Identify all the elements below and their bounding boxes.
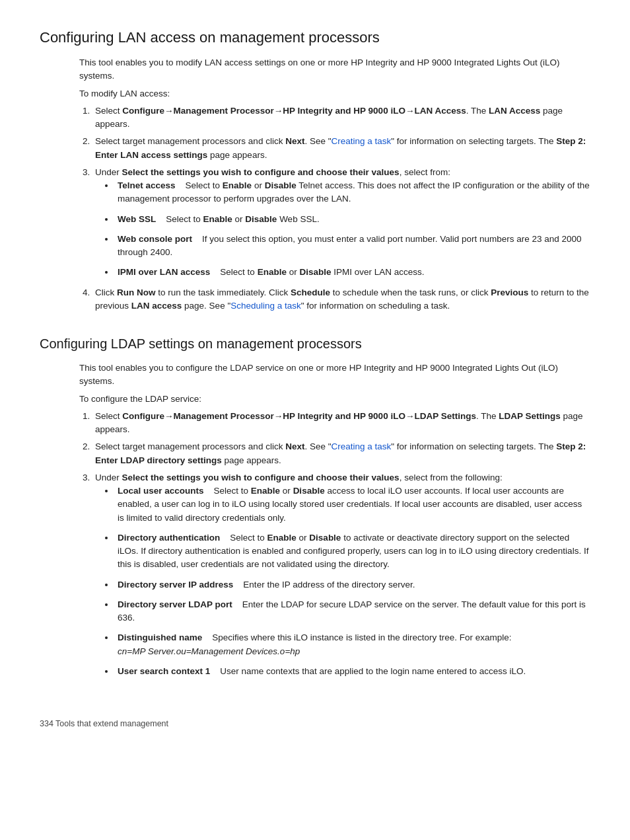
section2-step3: Under Select the settings you wish to co…	[92, 471, 590, 678]
dir-auth-disable: Disable	[309, 533, 341, 543]
footer-text: 334 Tools that extend management	[40, 719, 168, 728]
section2-intro2: To configure the LDAP service:	[79, 393, 590, 406]
telnet-disable: Disable	[265, 180, 297, 190]
bullet-ipmi: IPMI over LAN access Select to Enable or…	[115, 266, 590, 279]
dir-server-ip-term: Directory server IP address	[118, 580, 233, 590]
s2-step2-next: Next	[285, 441, 304, 451]
page-footer: 334 Tools that extend management	[40, 718, 590, 730]
section1-body: This tool enables you to modify LAN acce…	[79, 56, 590, 313]
section1-step3: Under Select the settings you wish to co…	[92, 166, 590, 280]
webssl-disable: Disable	[245, 214, 277, 224]
webconsole-term: Web console port	[118, 234, 192, 244]
run-now-btn: Run Now	[117, 287, 156, 297]
section1-title: Configuring LAN access on management pro…	[40, 26, 590, 48]
section2-title: Configuring LDAP settings on management …	[40, 334, 590, 354]
section2-intro1: This tool enables you to configure the L…	[79, 362, 590, 389]
bullet-webssl: Web SSL Select to Enable or Disable Web …	[115, 213, 590, 226]
section1-steps: Select Configure→Management Processor→HP…	[92, 104, 590, 313]
step2-next: Next	[285, 136, 304, 146]
dir-auth-term: Directory authentication	[118, 533, 220, 543]
section2-bullets: Local user accounts Select to Enable or …	[115, 484, 590, 678]
ipmi-disable: Disable	[299, 267, 331, 277]
schedule-btn: Schedule	[291, 287, 330, 297]
section1-bullets: Telnet access Select to Enable or Disabl…	[115, 179, 590, 280]
distinguished-name-term: Distinguished name	[118, 632, 202, 642]
distinguished-name-example: cn=MP Server.ou=Management Devices.o=hp	[118, 646, 300, 656]
s2-step1-page: LDAP Settings	[499, 411, 561, 421]
dir-server-ldap-term: Directory server LDAP port	[118, 599, 232, 609]
previous-btn: Previous	[491, 287, 528, 297]
bullet-telnet: Telnet access Select to Enable or Disabl…	[115, 179, 590, 206]
webssl-enable: Enable	[203, 214, 232, 224]
telnet-term: Telnet access	[118, 180, 176, 190]
bullet-user-search: User search context 1 User name contexts…	[115, 665, 590, 678]
creating-task-link2[interactable]: Creating a task	[331, 441, 391, 451]
local-user-enable: Enable	[251, 486, 280, 496]
section1-intro2: To modify LAN access:	[79, 87, 590, 100]
section2-step1: Select Configure→Management Processor→HP…	[92, 410, 590, 437]
section2-steps: Select Configure→Management Processor→HP…	[92, 410, 590, 678]
telnet-enable: Enable	[223, 180, 252, 190]
step1-lan-access: LAN Access	[489, 106, 540, 116]
webssl-term: Web SSL	[118, 214, 156, 224]
section1-step2: Select target management processors and …	[92, 135, 590, 162]
section2-step2: Select target management processors and …	[92, 440, 590, 467]
section1-step1: Select Configure→Management Processor→HP…	[92, 104, 590, 132]
ipmi-term: IPMI over LAN access	[118, 267, 210, 277]
local-user-disable: Disable	[293, 486, 325, 496]
ipmi-enable: Enable	[258, 267, 287, 277]
step3-settings-heading: Select the settings you wish to configur…	[122, 167, 400, 177]
bullet-webconsole: Web console port If you select this opti…	[115, 233, 590, 260]
local-user-term: Local user accounts	[118, 486, 204, 496]
bullet-local-user: Local user accounts Select to Enable or …	[115, 484, 590, 525]
bullet-dir-server-ldap: Directory server LDAP port Enter the LDA…	[115, 598, 590, 625]
section2-body: This tool enables you to configure the L…	[79, 362, 590, 678]
scheduling-task-link[interactable]: Scheduling a task	[230, 301, 301, 311]
step1-configure-path: Configure→Management Processor→HP Integr…	[122, 106, 466, 116]
bullet-distinguished-name: Distinguished name Specifies where this …	[115, 631, 590, 658]
s2-step3-heading: Select the settings you wish to configur…	[122, 473, 400, 482]
s2-step1-path: Configure→Management Processor→HP Integr…	[122, 411, 476, 421]
section1-step4: Click Run Now to run the task immediatel…	[92, 286, 590, 313]
bullet-dir-auth: Directory authentication Select to Enabl…	[115, 531, 590, 572]
lan-access-ref: LAN access	[131, 301, 182, 311]
creating-task-link1[interactable]: Creating a task	[331, 136, 391, 146]
bullet-dir-server-ip: Directory server IP address Enter the IP…	[115, 578, 590, 592]
dir-auth-enable: Enable	[267, 533, 297, 543]
user-search-term: User search context 1	[118, 666, 210, 676]
section1-intro1: This tool enables you to modify LAN acce…	[79, 56, 590, 83]
